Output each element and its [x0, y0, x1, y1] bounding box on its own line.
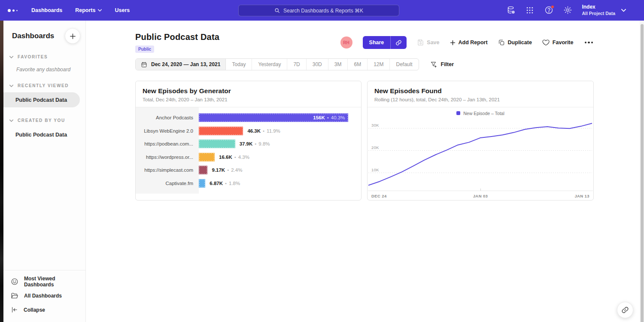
help-icon[interactable]	[544, 6, 553, 15]
navbar-right-cluster: Index All Project Data	[506, 4, 626, 16]
section-header-favorites[interactable]: FAVORITES	[3, 55, 85, 59]
main-area: Public Podcast Data Public RH Share	[86, 21, 644, 322]
primary-nav: DashboardsReportsUsers	[26, 4, 135, 17]
search-placeholder: Search Dashboards & Reports ⌘K	[283, 8, 363, 14]
calendar-icon	[141, 61, 147, 68]
sidebar-item-public-podcast-data[interactable]: Public Podcast Data	[3, 127, 85, 142]
add-report-button[interactable]: Add Report	[450, 39, 488, 46]
bar[interactable]	[199, 166, 207, 174]
avatar[interactable]: RH	[340, 36, 352, 49]
preset-3m[interactable]: 3M	[328, 59, 348, 70]
sidebar-title: Dashboards	[12, 32, 54, 40]
more-options-button[interactable]	[584, 40, 594, 46]
y-axis-tick-label: 10K	[371, 167, 379, 172]
bar-value-label: 46.3K•11.9%	[247, 128, 280, 134]
nav-item-users[interactable]: Users	[109, 4, 135, 17]
bar-category-label: https://wordpress.or...	[136, 155, 199, 160]
y-axis-tick-label: 30K	[371, 123, 379, 128]
bar-chart-card: New Episodes by Generator Total, Dec 24t…	[135, 81, 361, 200]
chart-legend: New Episode – Total	[368, 107, 593, 119]
search-input[interactable]: Search Dashboards & Reports ⌘K	[238, 5, 399, 16]
save-icon	[417, 39, 424, 46]
page-title: Public Podcast Data	[135, 32, 219, 42]
plus-icon	[70, 33, 76, 39]
bar-chart-title: New Episodes by Generator	[143, 87, 354, 95]
bar-category-label: Anchor Podcasts	[136, 115, 199, 120]
bar-value-label: 37.9K•9.8%	[240, 141, 270, 146]
preset-today[interactable]: Today	[226, 59, 252, 70]
x-axis-tick-label: JAN 13	[574, 194, 589, 198]
share-button[interactable]: Share	[363, 36, 391, 49]
bar-chart-subtitle: Total, Dec 24th, 2020 – Jan 13th, 2021	[143, 97, 354, 102]
share-split-button: Share	[363, 36, 407, 49]
project-subtitle: All Project Data	[582, 11, 615, 17]
sidebar-footer-collapse[interactable]: Collapse	[3, 303, 85, 317]
section-header-recently-viewed[interactable]: RECENTLY VIEWED	[3, 83, 85, 88]
bar-value-label: 156K•40.3%	[313, 113, 345, 122]
preset-12m[interactable]: 12M	[368, 59, 390, 70]
plus-icon	[450, 40, 456, 46]
desktop-edge-strip	[0, 21, 3, 322]
section-empty-text: Favorite any dashboard	[3, 67, 85, 73]
filter-funnel-icon	[431, 61, 437, 68]
app-window: DashboardsReportsUsers Search Dashboards…	[0, 0, 644, 322]
settings-gear-icon[interactable]	[563, 6, 572, 15]
link-icon	[621, 306, 629, 314]
preset-7d[interactable]: 7D	[287, 59, 306, 70]
bar[interactable]	[199, 127, 243, 135]
apps-grid-icon[interactable]	[525, 6, 535, 15]
sidebar-item-public-podcast-data[interactable]: Public Podcast Data	[3, 92, 80, 107]
favorite-button[interactable]: Favorite	[542, 39, 574, 46]
project-switcher[interactable]: Index All Project Data	[582, 4, 615, 16]
save-button[interactable]: Save	[417, 39, 439, 46]
bar[interactable]: 156K•40.3%	[199, 113, 348, 122]
smiley-icon	[11, 278, 18, 286]
sidebar-footer: Most Viewed DashboardsAll DashboardsColl…	[3, 270, 85, 322]
bar-row: https://podbean.com...37.9K•9.8%	[136, 137, 361, 151]
bar-row: Anchor Podcasts156K•40.3%	[136, 111, 361, 125]
filter-button[interactable]: Filter	[431, 61, 454, 68]
sidebar-footer-most-viewed-dashboards[interactable]: Most Viewed Dashboards	[3, 274, 85, 289]
date-toolbar: Dec 24, 2020 — Jan 13, 2021 TodayYesterd…	[135, 58, 594, 70]
legend-label: New Episode – Total	[463, 111, 504, 116]
duplicate-button[interactable]: Duplicate	[498, 39, 532, 46]
data-sources-icon[interactable]	[506, 6, 516, 15]
bar-row: Libsyn WebEngine 2.046.3K•11.9%	[136, 125, 361, 138]
new-dashboard-button[interactable]	[65, 29, 80, 43]
line-chart-card: New Episodes Found Rolling (12 hours), t…	[367, 81, 594, 200]
date-range-picker[interactable]: Dec 24, 2020 — Jan 13, 2021	[136, 59, 226, 70]
notification-dot	[551, 5, 554, 9]
copy-link-button[interactable]	[391, 36, 407, 49]
preset-default[interactable]: Default	[390, 59, 418, 70]
bar[interactable]	[199, 140, 235, 148]
search-icon	[274, 8, 280, 13]
title-block: Public Podcast Data Public	[135, 32, 219, 53]
bar-category-label: https://podbean.com...	[136, 141, 199, 146]
sidebar-footer-all-dashboards[interactable]: All Dashboards	[3, 289, 85, 303]
bar-value-label: 9.17K•2.4%	[212, 167, 242, 173]
dashboard-actions: RH Share Save	[340, 36, 594, 49]
bar[interactable]	[199, 153, 215, 161]
nav-item-reports[interactable]: Reports	[70, 4, 107, 17]
bar-row: Captivate.fm6.87K•1.8%	[136, 177, 361, 190]
chevron-down-icon	[98, 9, 102, 12]
preset-6m[interactable]: 6M	[348, 59, 368, 70]
bar[interactable]	[199, 179, 205, 188]
sidebar: Dashboards FAVORITESFavorite any dashboa…	[3, 21, 86, 322]
date-range-group: Dec 24, 2020 — Jan 13, 2021 TodayYesterd…	[135, 58, 419, 70]
scrollbar-thumb[interactable]	[641, 24, 644, 322]
line-series[interactable]	[368, 123, 592, 185]
bar-category-label: Libsyn WebEngine 2.0	[136, 128, 199, 134]
preset-30d[interactable]: 30D	[307, 59, 328, 70]
heart-icon	[542, 39, 550, 46]
preset-yesterday[interactable]: Yesterday	[252, 59, 287, 70]
app-logo-icon[interactable]	[8, 9, 18, 12]
link-fab-button[interactable]	[617, 302, 633, 318]
sidebar-section: CREATED BY YOUPublic Podcast Data	[3, 118, 85, 142]
visibility-badge: Public	[135, 46, 154, 53]
chevron-down-icon[interactable]	[621, 9, 626, 12]
bar-row: https://wordpress.or...16.6K•4.3%	[136, 151, 361, 164]
section-header-created-by-you[interactable]: CREATED BY YOU	[3, 118, 85, 123]
chevron-down-icon	[9, 85, 13, 87]
nav-item-dashboards[interactable]: Dashboards	[26, 4, 67, 17]
